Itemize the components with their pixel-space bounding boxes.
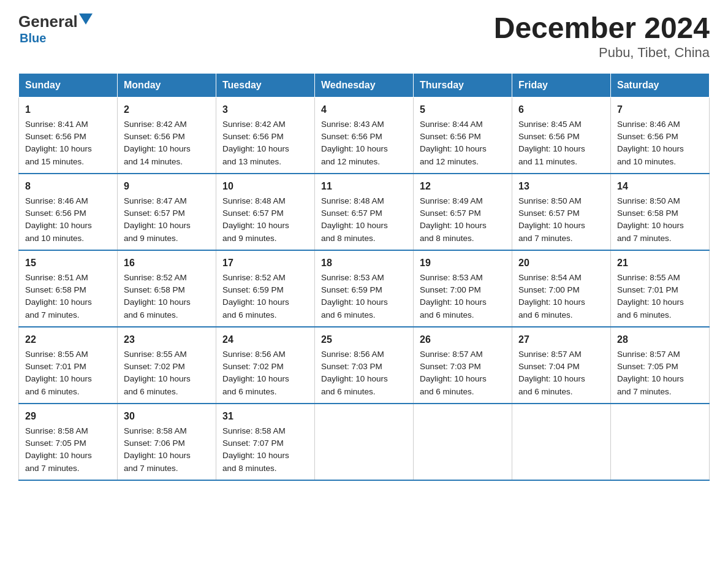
table-row: 16Sunrise: 8:52 AMSunset: 6:58 PMDayligh… (118, 250, 216, 327)
table-row (315, 404, 414, 480)
sunrise-info: Sunrise: 8:52 AM (124, 273, 187, 282)
daylight-minutes: and 6 minutes. (518, 310, 573, 320)
day-number: 2 (124, 102, 210, 117)
sunrise-info: Sunrise: 8:55 AM (25, 350, 88, 359)
sunset-info: Sunset: 7:00 PM (420, 285, 481, 294)
daylight-info: Daylight: 10 hours (222, 144, 289, 153)
daylight-info: Daylight: 10 hours (617, 297, 684, 307)
day-number: 27 (518, 332, 604, 347)
sunrise-info: Sunrise: 8:41 AM (25, 120, 88, 129)
table-row: 29Sunrise: 8:58 AMSunset: 7:05 PMDayligh… (19, 404, 118, 480)
sunrise-info: Sunrise: 8:48 AM (222, 196, 286, 205)
daylight-info: Daylight: 10 hours (617, 221, 684, 230)
daylight-minutes: and 6 minutes. (25, 387, 80, 396)
table-row: 6Sunrise: 8:45 AMSunset: 6:56 PMDaylight… (512, 97, 611, 174)
day-number: 5 (420, 102, 506, 117)
daylight-info: Daylight: 10 hours (124, 451, 191, 460)
table-row: 9Sunrise: 8:47 AMSunset: 6:57 PMDaylight… (118, 174, 216, 250)
sunset-info: Sunset: 6:57 PM (518, 209, 580, 218)
day-number: 20 (518, 256, 604, 270)
table-row: 26Sunrise: 8:57 AMSunset: 7:03 PMDayligh… (414, 327, 512, 404)
table-row: 4Sunrise: 8:43 AMSunset: 6:56 PMDaylight… (315, 97, 414, 174)
daylight-info: Daylight: 10 hours (420, 297, 487, 307)
daylight-info: Daylight: 10 hours (222, 374, 289, 383)
sunset-info: Sunset: 6:56 PM (617, 132, 678, 141)
sunrise-info: Sunrise: 8:56 AM (321, 350, 384, 359)
daylight-info: Daylight: 10 hours (518, 374, 585, 383)
day-number: 18 (321, 256, 407, 270)
daylight-info: Daylight: 10 hours (321, 374, 388, 383)
table-row: 30Sunrise: 8:58 AMSunset: 7:06 PMDayligh… (118, 404, 216, 480)
daylight-info: Daylight: 10 hours (124, 144, 191, 153)
logo-triangle-icon (79, 13, 93, 27)
sunrise-info: Sunrise: 8:50 AM (617, 196, 680, 205)
daylight-info: Daylight: 10 hours (518, 144, 585, 153)
day-number: 11 (321, 179, 407, 194)
sunrise-info: Sunrise: 8:56 AM (222, 350, 286, 359)
day-number: 6 (518, 102, 604, 117)
day-number: 25 (321, 332, 407, 347)
day-number: 22 (25, 332, 111, 347)
table-row: 21Sunrise: 8:55 AMSunset: 7:01 PMDayligh… (611, 250, 710, 327)
sunset-info: Sunset: 7:02 PM (124, 362, 185, 371)
day-number: 17 (222, 256, 308, 270)
daylight-minutes: and 12 minutes. (321, 157, 380, 166)
calendar-week-row: 1Sunrise: 8:41 AMSunset: 6:56 PMDaylight… (19, 97, 710, 174)
daylight-minutes: and 9 minutes. (124, 234, 178, 243)
daylight-minutes: and 13 minutes. (222, 157, 281, 166)
daylight-minutes: and 11 minutes. (518, 157, 577, 166)
table-row: 8Sunrise: 8:46 AMSunset: 6:56 PMDaylight… (19, 174, 118, 250)
sunset-info: Sunset: 6:57 PM (420, 209, 481, 218)
day-number: 31 (222, 409, 308, 424)
sunset-info: Sunset: 6:58 PM (617, 209, 678, 218)
daylight-minutes: and 7 minutes. (617, 387, 672, 396)
calendar-week-row: 22Sunrise: 8:55 AMSunset: 7:01 PMDayligh… (19, 327, 710, 404)
sunrise-info: Sunrise: 8:51 AM (25, 273, 88, 282)
day-number: 13 (518, 179, 604, 194)
svg-marker-0 (79, 13, 93, 25)
sunset-info: Sunset: 6:56 PM (25, 132, 86, 141)
sunrise-info: Sunrise: 8:50 AM (518, 196, 582, 205)
table-row: 31Sunrise: 8:58 AMSunset: 7:07 PMDayligh… (216, 404, 315, 480)
table-row: 7Sunrise: 8:46 AMSunset: 6:56 PMDaylight… (611, 97, 710, 174)
daylight-info: Daylight: 10 hours (25, 221, 92, 230)
daylight-minutes: and 6 minutes. (321, 310, 376, 320)
daylight-minutes: and 10 minutes. (617, 157, 676, 166)
table-row: 20Sunrise: 8:54 AMSunset: 7:00 PMDayligh… (512, 250, 611, 327)
day-number: 12 (420, 179, 506, 194)
daylight-info: Daylight: 10 hours (222, 221, 289, 230)
logo-blue-text: Blue (20, 31, 46, 45)
sunrise-info: Sunrise: 8:53 AM (420, 273, 483, 282)
table-row: 24Sunrise: 8:56 AMSunset: 7:02 PMDayligh… (216, 327, 315, 404)
sunset-info: Sunset: 7:03 PM (321, 362, 382, 371)
calendar-week-row: 15Sunrise: 8:51 AMSunset: 6:58 PMDayligh… (19, 250, 710, 327)
sunset-info: Sunset: 7:02 PM (222, 362, 284, 371)
table-row: 19Sunrise: 8:53 AMSunset: 7:00 PMDayligh… (414, 250, 512, 327)
sunset-info: Sunset: 6:57 PM (222, 209, 284, 218)
table-row: 15Sunrise: 8:51 AMSunset: 6:58 PMDayligh… (19, 250, 118, 327)
daylight-minutes: and 12 minutes. (420, 157, 479, 166)
daylight-info: Daylight: 10 hours (25, 451, 92, 460)
table-row (414, 404, 512, 480)
daylight-minutes: and 6 minutes. (420, 387, 474, 396)
day-number: 19 (420, 256, 506, 270)
daylight-info: Daylight: 10 hours (420, 144, 487, 153)
day-number: 29 (25, 409, 111, 424)
daylight-minutes: and 6 minutes. (222, 387, 277, 396)
day-number: 21 (617, 256, 703, 270)
calendar-week-row: 8Sunrise: 8:46 AMSunset: 6:56 PMDaylight… (19, 174, 710, 250)
day-number: 23 (124, 332, 210, 347)
sunrise-info: Sunrise: 8:45 AM (518, 120, 582, 129)
table-row: 13Sunrise: 8:50 AMSunset: 6:57 PMDayligh… (512, 174, 611, 250)
day-number: 14 (617, 179, 703, 194)
col-sunday: Sunday (19, 73, 118, 97)
sunset-info: Sunset: 6:59 PM (321, 285, 382, 294)
daylight-minutes: and 10 minutes. (25, 234, 84, 243)
daylight-info: Daylight: 10 hours (420, 221, 487, 230)
logo-general-text: General (18, 12, 78, 31)
sunset-info: Sunset: 6:56 PM (25, 209, 86, 218)
sunset-info: Sunset: 7:05 PM (25, 439, 86, 448)
daylight-info: Daylight: 10 hours (321, 221, 388, 230)
daylight-minutes: and 6 minutes. (321, 387, 376, 396)
sunrise-info: Sunrise: 8:53 AM (321, 273, 384, 282)
